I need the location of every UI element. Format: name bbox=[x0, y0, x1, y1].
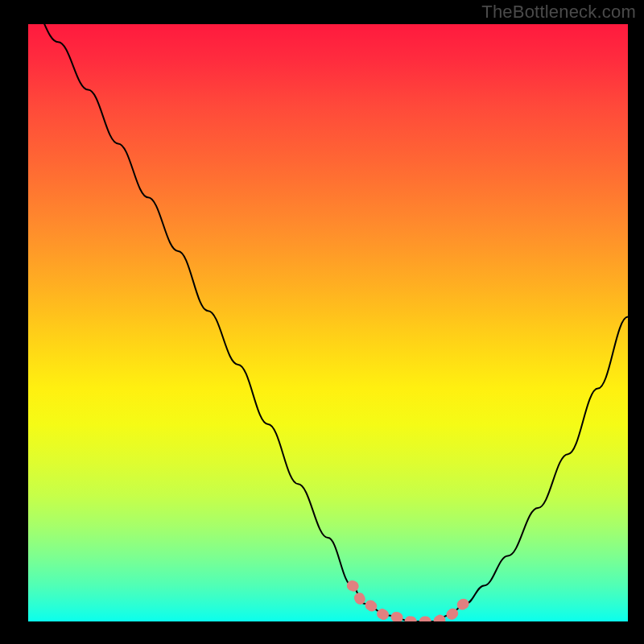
chart-svg bbox=[28, 24, 628, 621]
bottleneck-curve bbox=[28, 24, 628, 621]
plot-area bbox=[28, 24, 628, 621]
watermark-text: TheBottleneck.com bbox=[481, 2, 636, 23]
highlight-band bbox=[352, 586, 466, 622]
